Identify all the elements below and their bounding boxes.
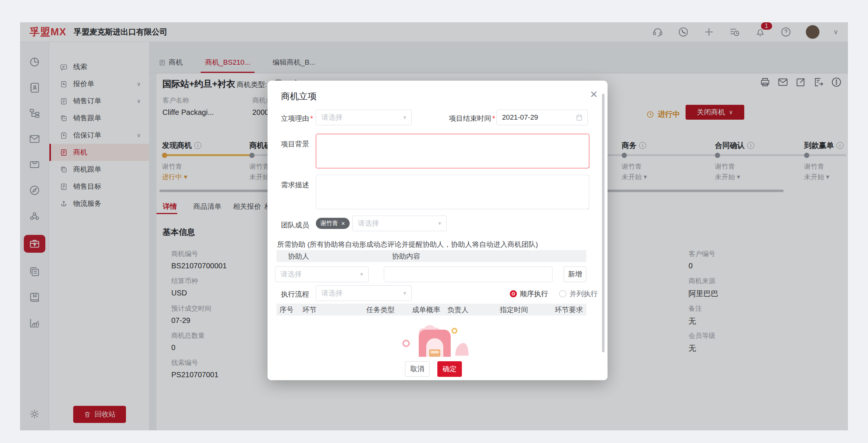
reason-label: 立项理由* [281,114,313,123]
calendar-icon [576,114,583,121]
remove-tag-icon[interactable]: ✕ [341,221,345,226]
end-time-input[interactable] [496,110,588,125]
team-member-tag: 谢竹青 ✕ [316,218,350,229]
project-initiation-modal: 商机立项 ✕ 立项理由* 请选择 ▾ 项目结束时间* 项目背景 需求描述 团队成… [268,81,608,380]
demand-textarea[interactable] [316,175,589,209]
demand-label: 需求描述 [281,180,309,190]
assist-content-input[interactable] [384,266,553,282]
assist-person-select[interactable]: 请选择 ▾ [275,266,369,282]
confirm-button[interactable]: 确定 [437,361,462,377]
caret-down-icon: ▾ [403,290,406,297]
flow-label: 执行流程 [281,290,309,299]
assist-table-header: 协助人 协助内容 [276,250,586,262]
end-time-label: 项目结束时间* [449,114,495,123]
add-assist-button[interactable]: 新增 [564,266,586,282]
background-textarea[interactable] [316,134,589,168]
team-label: 团队成员 [281,220,309,230]
caret-down-icon: ▾ [438,220,441,227]
flow-mode-radios: 顺序执行 并列执行 [510,289,597,299]
date-value[interactable] [501,113,564,122]
modal-scrollbar[interactable] [602,94,605,352]
empty-state-illustration [399,320,470,357]
reason-select[interactable]: 请选择 ▾ [316,110,412,125]
caret-down-icon: ▾ [403,114,406,121]
background-label: 项目背景 [281,139,309,149]
screen: 孚盟MX 孚盟麦克斯进出口有限公司 1 [0,0,868,443]
radio-parallel-icon[interactable] [559,290,566,297]
close-icon[interactable]: ✕ [590,90,598,99]
radio-sequential-icon[interactable] [510,290,517,297]
flow-select[interactable]: 请选择 ▾ [316,285,412,301]
cancel-button[interactable]: 取消 [405,361,430,377]
caret-down-icon: ▾ [360,271,363,278]
assist-note: 所需协助 (所有协助将自动形成动态评论并提醒协助人，协助人将自动进入商机团队) [277,240,538,249]
flow-table-header: 序号 环节 任务类型 成单概率 负责人 指定时间 环节要求 [276,304,586,316]
team-select[interactable]: 请选择 ▾ [352,216,447,231]
modal-title: 商机立项 [281,90,317,102]
